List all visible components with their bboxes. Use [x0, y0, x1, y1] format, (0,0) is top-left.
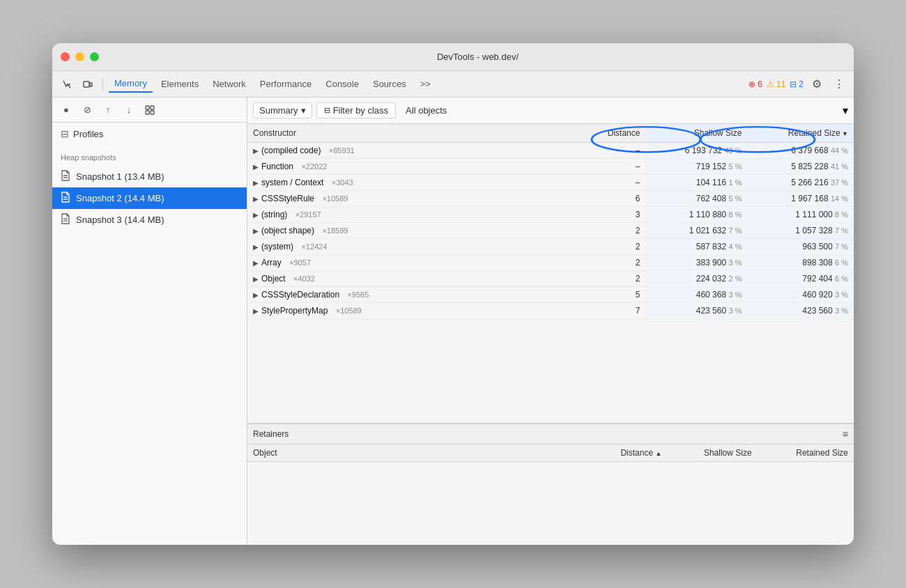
retainers-th-shallow[interactable]: Shallow Size	[667, 444, 757, 462]
th-retained-size[interactable]: Retained Size	[747, 124, 854, 143]
summary-dropdown[interactable]: Summary ▾	[253, 102, 312, 118]
table-row[interactable]: ▶(system) ×124242587 832 4 %963 500 7 %	[247, 239, 854, 255]
snapshot3-label: Snapshot 3 (14.4 MB)	[76, 215, 164, 225]
minimize-button[interactable]	[75, 52, 84, 61]
summary-label: Summary	[259, 105, 298, 116]
count: ×4032	[293, 274, 315, 283]
download-icon[interactable]: ↓	[121, 102, 137, 118]
count: ×22022	[301, 162, 327, 171]
constructor-name: Array	[261, 258, 282, 268]
constructor-name: (compiled code)	[261, 146, 321, 155]
sidebar-item-snapshot1[interactable]: Snapshot 1 (13.4 MB)	[52, 166, 247, 187]
tab-performance[interactable]: Performance	[254, 76, 317, 92]
retainers-section: Retainers ≡ Object Distance ▲ Shallow Si…	[247, 423, 854, 546]
constructor-cell: ▶(object shape) ×18599	[247, 223, 581, 239]
constructor-cell: ▶(system) ×12424	[247, 239, 581, 255]
heap-snapshots-label: Heap snapshots	[52, 145, 247, 166]
filter-right-arrow[interactable]: ▾	[843, 104, 848, 117]
retainers-th-object[interactable]: Object	[247, 444, 588, 462]
sidebar-item-snapshot2[interactable]: Snapshot 2 (14.4 MB)	[52, 187, 247, 209]
expand-arrow[interactable]: ▶	[253, 211, 259, 219]
constructor-cell: ▶CSSStyleDeclaration ×9585	[247, 287, 581, 303]
shallow-size-cell: 762 408 5 %	[645, 191, 747, 207]
upload-icon[interactable]: ↑	[100, 102, 116, 118]
retainers-th-distance[interactable]: Distance ▲	[588, 444, 667, 462]
sidebar-item-snapshot3[interactable]: Snapshot 3 (14.4 MB)	[52, 209, 247, 231]
distance-cell: 6	[581, 191, 646, 207]
expand-arrow[interactable]: ▶	[253, 259, 259, 267]
retainers-menu-icon[interactable]: ≡	[843, 428, 848, 440]
retained-size-cell: 1 967 168 14 %	[747, 191, 854, 207]
collect-icon[interactable]	[141, 102, 158, 118]
retained-size-cell: 5 266 216 37 %	[747, 175, 854, 191]
retainers-th-retained[interactable]: Retained Size	[758, 444, 854, 462]
table-row[interactable]: ▶StylePropertyMap ×105897423 560 3 %423 …	[247, 303, 854, 319]
tab-elements[interactable]: Elements	[155, 76, 204, 92]
close-button[interactable]	[61, 52, 70, 61]
table-row[interactable]: ▶system / Context ×3043–104 116 1 %5 266…	[247, 175, 854, 191]
tab-memory[interactable]: Memory	[109, 75, 153, 93]
th-shallow-size[interactable]: Shallow Size	[645, 124, 747, 143]
shallow-pct: 43 %	[724, 146, 742, 155]
table-row[interactable]: ▶(compiled code) ×85931–6 193 732 43 %6 …	[247, 143, 854, 159]
table-row[interactable]: ▶CSSStyleRule ×105896762 408 5 %1 967 16…	[247, 191, 854, 207]
expand-arrow[interactable]: ▶	[253, 227, 259, 235]
profiles-label: Profiles	[73, 129, 103, 139]
shallow-size-cell: 224 032 2 %	[645, 271, 747, 287]
distance-cell: 2	[581, 271, 646, 287]
title-bar: DevTools - web.dev/	[52, 43, 854, 71]
dropdown-arrow-icon: ▾	[301, 105, 306, 116]
retainers-title: Retainers	[253, 429, 289, 439]
svg-rect-2	[146, 106, 149, 109]
error-badge[interactable]: ⊗ 6	[748, 79, 762, 89]
expand-arrow[interactable]: ▶	[253, 147, 259, 155]
expand-arrow[interactable]: ▶	[253, 275, 259, 283]
more-options-icon[interactable]: ⋮	[830, 75, 848, 93]
expand-arrow[interactable]: ▶	[253, 179, 259, 187]
maximize-button[interactable]	[90, 52, 99, 61]
th-constructor[interactable]: Constructor	[247, 124, 581, 143]
more-tabs-button[interactable]: >>	[415, 76, 436, 92]
retainers-table: Object Distance ▲ Shallow Size Retained …	[247, 444, 854, 546]
table-area: Constructor Distance Shallow Size Retain…	[247, 124, 854, 545]
device-icon[interactable]	[79, 75, 97, 93]
select-element-icon[interactable]	[58, 75, 76, 93]
expand-arrow[interactable]: ▶	[253, 307, 259, 315]
shallow-pct: 2 %	[728, 274, 742, 283]
clear-icon[interactable]: ⊘	[79, 102, 95, 118]
warning-badge[interactable]: ⚠ 11	[767, 79, 785, 89]
expand-arrow[interactable]: ▶	[253, 291, 259, 299]
shallow-size-cell: 383 900 3 %	[645, 255, 747, 271]
info-icon: ⊟	[790, 79, 797, 89]
table-row[interactable]: ▶CSSStyleDeclaration ×95855460 368 3 %46…	[247, 287, 854, 303]
distance-cell: –	[581, 143, 646, 159]
retained-pct: 41 %	[831, 162, 848, 171]
tab-console[interactable]: Console	[320, 76, 364, 92]
retained-size-cell: 423 560 3 %	[747, 303, 854, 319]
count: ×3043	[332, 178, 353, 187]
th-distance[interactable]: Distance	[581, 124, 646, 143]
svg-rect-1	[90, 83, 92, 86]
table-row[interactable]: ▶(object shape) ×1859921 021 632 7 %1 05…	[247, 223, 854, 239]
expand-arrow[interactable]: ▶	[253, 195, 259, 203]
table-row[interactable]: ▶Array ×90572383 900 3 %898 308 6 %	[247, 255, 854, 271]
table-row[interactable]: ▶Object ×40322224 032 2 %792 404 6 %	[247, 271, 854, 287]
constructor-name: CSSStyleDeclaration	[261, 290, 339, 300]
retained-pct: 14 %	[831, 194, 848, 203]
table-row[interactable]: ▶Function ×22022–719 152 5 %5 825 228 41…	[247, 159, 854, 175]
toolbar-separator	[102, 77, 103, 91]
constructor-name: (system)	[261, 242, 293, 252]
record-icon[interactable]: ●	[58, 102, 75, 118]
heap-table-container[interactable]: Constructor Distance Shallow Size Retain…	[247, 124, 854, 423]
retained-pct: 8 %	[835, 210, 848, 219]
expand-arrow[interactable]: ▶	[253, 243, 259, 251]
shallow-pct: 5 %	[728, 162, 742, 171]
settings-icon[interactable]: ⚙	[808, 75, 826, 93]
table-row[interactable]: ▶(string) ×2915731 110 880 8 %1 111 000 …	[247, 207, 854, 223]
info-badge[interactable]: ⊟ 2	[790, 79, 804, 89]
expand-arrow[interactable]: ▶	[253, 163, 259, 171]
tab-sources[interactable]: Sources	[367, 76, 412, 92]
constructor-cell: ▶CSSStyleRule ×10589	[247, 191, 581, 207]
tab-network[interactable]: Network	[207, 76, 252, 92]
filter-by-class-button[interactable]: ⊟ Filter by class	[316, 102, 396, 118]
